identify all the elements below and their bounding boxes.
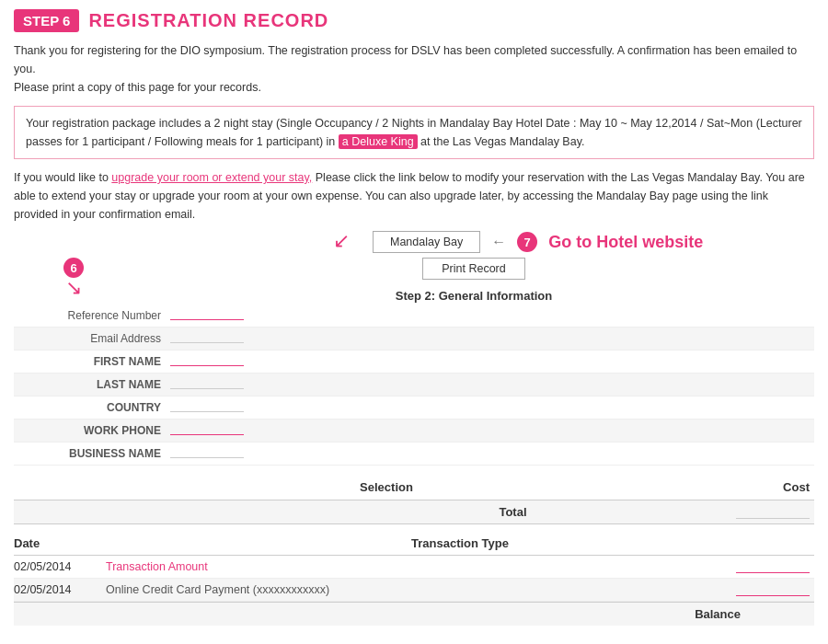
field-label-email: Email Address <box>14 332 170 345</box>
field-value-country <box>170 403 244 412</box>
transaction-row-2: 02/05/2014 Online Credit Card Payment (x… <box>14 579 814 602</box>
field-value-workphone <box>170 426 244 435</box>
field-label-workphone: WORK PHONE <box>14 424 170 437</box>
package-info-box: Your registration package includes a 2 n… <box>14 106 814 159</box>
field-value-email <box>170 334 244 343</box>
transaction-type-header: Transaction Type <box>106 536 814 550</box>
page-title: REGISTRATION RECORD <box>88 10 328 31</box>
balance-label: Balance <box>483 607 759 621</box>
col-cost-header: Cost <box>759 480 814 494</box>
intro-text: Thank you for registering for the DIO sy… <box>14 41 814 97</box>
field-value-firstname <box>170 357 244 366</box>
upgrade-highlight: upgrade your room or extend your stay, <box>111 171 312 184</box>
pink-arrow-icon: ↙ <box>333 231 350 251</box>
upgrade-section: If you would like to upgrade your room o… <box>14 168 814 224</box>
intro-line1: Thank you for registering for the DIO sy… <box>14 44 797 75</box>
print-record-button[interactable]: Print Record <box>422 258 524 280</box>
field-value-reference <box>170 311 244 320</box>
intro-line2: Please print a copy of this page for you… <box>14 81 261 94</box>
step2-label: Step 2: General Information <box>396 289 552 303</box>
field-label-country: COUNTRY <box>14 401 170 414</box>
upgrade-text: If you would like to upgrade your room o… <box>14 168 814 224</box>
field-label-lastname: LAST NAME <box>14 378 170 391</box>
tx-type-1: Transaction Amount <box>106 560 736 573</box>
upgrade-before: If you would like to <box>14 171 109 184</box>
transaction-row-1: 02/05/2014 Transaction Amount <box>14 556 814 579</box>
transaction-header: Date Transaction Type <box>14 532 814 556</box>
form-row-businessname: BUSINESS NAME <box>14 443 814 466</box>
tx-amount-1 <box>736 564 810 573</box>
step-6-circle: 6 <box>63 258 84 278</box>
tx-date-1: 02/05/2014 <box>14 560 106 573</box>
field-label-businessname: BUSINESS NAME <box>14 447 170 460</box>
pink-down-arrow-icon: ↘ <box>65 278 82 298</box>
form-section: Reference Number Email Address FIRST NAM… <box>14 305 814 466</box>
tx-date-2: 02/05/2014 <box>14 583 106 596</box>
left-arrow-icon: ← <box>491 234 506 250</box>
tx-amount-2 <box>736 587 810 596</box>
form-row-firstname: FIRST NAME <box>14 351 814 374</box>
step-badge: STEP 6 <box>14 9 79 32</box>
go-hotel-label: Go to Hotel website <box>548 233 703 252</box>
form-row-email: Email Address <box>14 328 814 351</box>
table-header: Selection Cost <box>14 475 814 500</box>
main-content: Thank you for registering for the DIO sy… <box>0 41 828 626</box>
col-selection-header: Selection <box>14 480 759 494</box>
total-label: Total <box>14 505 736 519</box>
form-row-reference: Reference Number <box>14 305 814 328</box>
hotel-button[interactable]: Mandalay Bay <box>373 231 480 253</box>
package-highlight: a Deluxe King <box>339 134 418 149</box>
total-row: Total <box>14 500 814 524</box>
package-text-after: at the Las Vegas Mandalay Bay. <box>420 135 584 148</box>
selection-table: Selection Cost Total <box>14 475 814 524</box>
page-header: STEP 6 REGISTRATION RECORD <box>0 0 828 41</box>
form-row-country: COUNTRY <box>14 397 814 420</box>
transaction-section: Date Transaction Type 02/05/2014 Transac… <box>14 532 814 626</box>
balance-row: Balance <box>14 602 814 626</box>
tx-type-2: Online Credit Card Payment (xxxxxxxxxxxx… <box>106 583 736 596</box>
field-label-reference: Reference Number <box>14 309 170 322</box>
field-label-firstname: FIRST NAME <box>14 355 170 368</box>
form-row-lastname: LAST NAME <box>14 374 814 397</box>
step-7-circle: 7 <box>517 232 537 252</box>
form-row-workphone: WORK PHONE <box>14 420 814 443</box>
total-value <box>736 510 810 519</box>
date-header: Date <box>14 536 106 550</box>
field-value-businessname <box>170 449 244 458</box>
field-value-lastname <box>170 380 244 389</box>
